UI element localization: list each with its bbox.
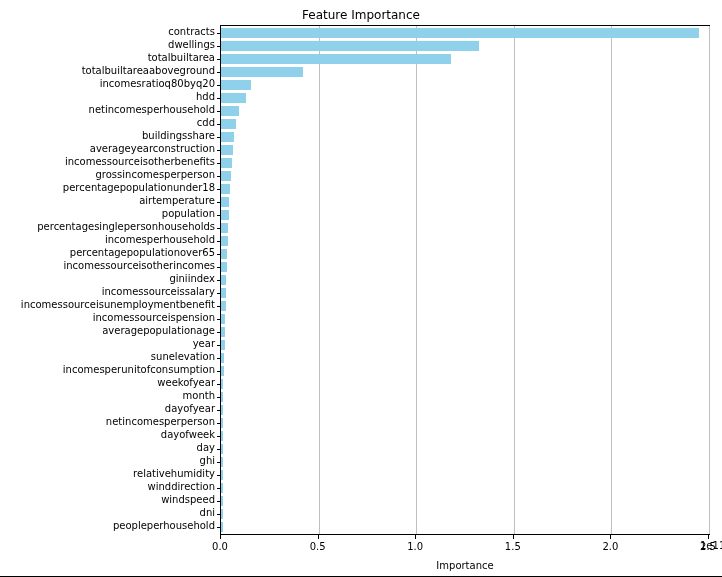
bar-slot: [221, 508, 223, 521]
y-tick-label: averageyearconstruction: [0, 144, 215, 154]
y-tick-label: dwellings: [0, 40, 215, 50]
bar-slot: [221, 287, 226, 300]
bar: [221, 470, 223, 480]
y-tick-label: incomessourceissalary: [0, 287, 215, 297]
bar: [221, 28, 699, 38]
y-tick-label: incomessourceisotherincomes: [0, 261, 215, 271]
y-tick-label: buildingsshare: [0, 131, 215, 141]
bar: [221, 171, 231, 181]
y-tick-label: winddirection: [0, 482, 215, 492]
bar: [221, 106, 239, 116]
x-tick-label: 0.0: [200, 541, 240, 552]
y-tick-label: cdd: [0, 118, 215, 128]
y-tick-label: totalbuiltarea: [0, 53, 215, 63]
gridline: [709, 26, 710, 534]
bar-slot: [221, 221, 228, 234]
bar-slot: [221, 156, 232, 169]
x-axis-label: Importance: [220, 560, 710, 571]
bar: [221, 301, 226, 311]
bar: [221, 366, 224, 376]
y-tick-label: population: [0, 209, 215, 219]
x-tick-mark: [708, 535, 709, 539]
y-tick-label: netincomesperhousehold: [0, 105, 215, 115]
bar: [221, 457, 223, 467]
bar-slot: [221, 430, 223, 443]
bar: [221, 288, 226, 298]
y-tick-label: grossincomesperperson: [0, 170, 215, 180]
x-tick-mark: [318, 535, 319, 539]
bar: [221, 158, 232, 168]
bar: [221, 223, 228, 233]
bar: [221, 353, 224, 363]
bar: [221, 132, 234, 142]
chart-title: Feature Importance: [0, 8, 722, 22]
y-tick-label: peopleperhousehold: [0, 521, 215, 531]
y-tick-label: contracts: [0, 27, 215, 37]
bar-slot: [221, 117, 236, 130]
bar-slot: [221, 482, 223, 495]
bar-slot: [221, 78, 251, 91]
bar: [221, 327, 225, 337]
y-tick-label: incomesratioq80byq20: [0, 79, 215, 89]
bar: [221, 93, 246, 103]
y-tick-label: percentagepopulationunder18: [0, 183, 215, 193]
y-tick-label: incomesperunitofconsumption: [0, 365, 215, 375]
bar-slot: [221, 300, 226, 313]
y-tick-label: dni: [0, 508, 215, 518]
bar-slot: [221, 365, 224, 378]
bar-slot: [221, 326, 225, 339]
x-tick-mark: [220, 535, 221, 539]
bar-slot: [221, 260, 227, 273]
bar: [221, 275, 226, 285]
bar-slot: [221, 39, 479, 52]
x-tick-mark: [415, 535, 416, 539]
y-tick-label: hdd: [0, 92, 215, 102]
bar: [221, 210, 229, 220]
bar: [221, 67, 303, 77]
y-tick-label: averagepopulationage: [0, 326, 215, 336]
bar: [221, 340, 225, 350]
y-tick-label: incomessourceispension: [0, 313, 215, 323]
bar-slot: [221, 404, 223, 417]
y-tick-label: airtemperature: [0, 196, 215, 206]
y-tick-label: giniindex: [0, 274, 215, 284]
bar-slot: [221, 391, 223, 404]
x-tick-mark: [513, 535, 514, 539]
bar-slot: [221, 469, 223, 482]
bar-slot: [221, 417, 223, 430]
bar: [221, 405, 223, 415]
y-tick-label: sunelevation: [0, 352, 215, 362]
bar: [221, 54, 451, 64]
bar-slot: [221, 247, 227, 260]
bar-slot: [221, 91, 246, 104]
bar-slot: [221, 195, 229, 208]
y-axis-labels: contractsdwellingstotalbuiltareatotalbui…: [0, 25, 215, 535]
y-tick-label: incomesperhousehold: [0, 235, 215, 245]
y-tick-label: day: [0, 443, 215, 453]
x-tick-label: 1.0: [395, 541, 435, 552]
bar: [221, 431, 223, 441]
y-tick-label: incomessourceisunemploymentbenefit: [0, 300, 215, 310]
bar-slot: [221, 234, 228, 247]
bar: [221, 509, 223, 519]
y-tick-label: dayofyear: [0, 404, 215, 414]
bar-slot: [221, 182, 230, 195]
bar-slot: [221, 273, 226, 286]
y-tick-label: weekofyear: [0, 378, 215, 388]
y-tick-label: incomessourceisotherbenefits: [0, 157, 215, 167]
bar-slot: [221, 65, 303, 78]
x-tick-label: 1.5: [493, 541, 533, 552]
y-tick-label: netincomesperperson: [0, 417, 215, 427]
bar: [221, 379, 223, 389]
bar-slot: [221, 352, 224, 365]
y-tick-label: ghi: [0, 456, 215, 466]
bar: [221, 80, 251, 90]
plot-area: [220, 25, 710, 535]
bar-slot: [221, 169, 231, 182]
bar: [221, 197, 229, 207]
bar-slot: [221, 52, 451, 65]
y-tick-label: percentagepopulationover65: [0, 248, 215, 258]
bar: [221, 522, 223, 532]
bar: [221, 483, 223, 493]
figure: Feature Importance contractsdwellingstot…: [0, 0, 722, 577]
